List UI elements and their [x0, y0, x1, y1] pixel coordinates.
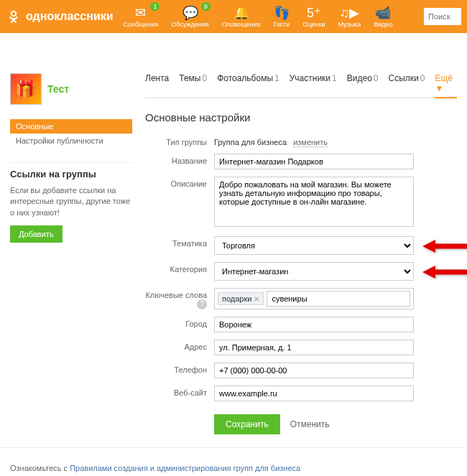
badge: 9	[201, 2, 211, 11]
nav-messages[interactable]: 1 ✉ Сообщения	[124, 5, 159, 28]
search-box	[424, 8, 461, 25]
tab-links[interactable]: Ссылки0	[389, 73, 425, 93]
nav-ratings[interactable]: 5⁺ Оценки	[302, 5, 325, 28]
nav-guests[interactable]: 👣 Гости	[273, 5, 290, 28]
nav-music[interactable]: ♫▶ Музыка	[338, 5, 361, 28]
tab-video[interactable]: Видео0	[347, 73, 379, 93]
group-header: 🎁 Тест	[10, 73, 132, 105]
badge: 1	[150, 2, 159, 11]
address-input[interactable]	[214, 340, 414, 355]
label-description: Описание	[145, 177, 214, 188]
page-heading: Основные настройки	[145, 111, 457, 123]
group-type-value: Группа для бизнеса	[214, 138, 287, 146]
music-icon: ♫▶	[341, 5, 357, 21]
footprints-icon: 👣	[274, 5, 290, 21]
add-link-button[interactable]: Добавить	[10, 225, 63, 243]
ok-logo-icon	[6, 9, 22, 24]
remove-tag-icon[interactable]: ✕	[254, 295, 259, 303]
footer-note: Ознакомьтесь с Правилами создания и адми…	[0, 454, 467, 476]
nav-label: Видео	[374, 21, 392, 28]
category-select[interactable]: Интернет-магазин	[214, 262, 414, 281]
label-website: Веб-сайт	[145, 386, 214, 397]
label-group-type: Тип группы	[145, 135, 214, 146]
topbar: одноклассники 1 ✉ Сообщения 9 💬 Обсужден…	[0, 0, 467, 33]
label-keywords: Ключевые слова?	[145, 288, 214, 309]
nav-label: Музыка	[338, 21, 361, 28]
sidebar-tab-main[interactable]: Основные	[10, 119, 132, 134]
website-input[interactable]	[214, 386, 414, 401]
logo[interactable]: одноклассники	[6, 9, 114, 24]
tab-albums[interactable]: Фотоальбомы1	[217, 73, 279, 93]
label-theme: Тематика	[145, 236, 214, 248]
sidebar: 🎁 Тест Основные Настройки публичности Сс…	[10, 73, 132, 434]
tab-more[interactable]: Ещё ▼	[435, 73, 457, 98]
ratings-icon: 5⁺	[306, 5, 322, 21]
label-phone: Телефон	[145, 363, 214, 374]
sidebar-tabs: Основные Настройки публичности	[10, 119, 132, 148]
nav-label: Оценки	[302, 21, 325, 28]
sidebar-tab-publicity[interactable]: Настройки публичности	[10, 134, 132, 148]
form-actions: Сохранить Отменить	[145, 414, 457, 434]
svg-point-0	[11, 11, 16, 16]
keywords-box[interactable]: подарки✕	[214, 288, 414, 309]
group-avatar[interactable]: 🎁	[10, 73, 42, 105]
divider	[0, 447, 467, 448]
nav-label: Оповещения	[222, 21, 261, 28]
bubbles-icon: 💬	[182, 5, 198, 21]
logo-text: одноклассники	[26, 10, 114, 23]
label-city: Город	[145, 317, 214, 328]
sidebar-links-block: Ссылки на группы Если вы добавите ссылки…	[10, 169, 132, 243]
bell-icon: 🔔	[234, 5, 249, 21]
label-name: Название	[145, 154, 214, 165]
keywords-input[interactable]	[267, 291, 410, 307]
keyword-tag: подарки✕	[218, 292, 264, 305]
group-type-row: Группа для бизнеса изменить	[214, 135, 457, 146]
sidebar-block-text: Если вы добавите ссылки на интересные гр…	[10, 185, 132, 218]
nav-notifications[interactable]: 🔔 Оповещения	[222, 5, 261, 28]
nav-discussions[interactable]: 9 💬 Обсуждения	[171, 5, 208, 28]
phone-input[interactable]	[214, 363, 414, 378]
tab-topics[interactable]: Темы0	[179, 73, 207, 93]
divider	[10, 162, 132, 163]
tab-members[interactable]: Участники1	[290, 73, 337, 93]
envelope-icon: ✉	[133, 5, 149, 21]
sidebar-block-title: Ссылки на группы	[10, 169, 132, 179]
group-title[interactable]: Тест	[47, 83, 69, 95]
nav-label: Сообщения	[124, 21, 159, 28]
nav-video[interactable]: 📹 Видео	[374, 5, 392, 28]
name-input[interactable]	[214, 154, 414, 169]
help-icon[interactable]: ?	[197, 299, 207, 309]
nav-label: Обсуждения	[171, 21, 208, 28]
cancel-link[interactable]: Отменить	[290, 419, 330, 429]
city-input[interactable]	[214, 317, 414, 332]
description-textarea[interactable]: Добро пожаловать на мой магазин. Вы може…	[214, 177, 414, 227]
search-input[interactable]	[424, 8, 461, 25]
nav-icons: 1 ✉ Сообщения 9 💬 Обсуждения 🔔 Оповещени…	[124, 5, 424, 28]
save-button[interactable]: Сохранить	[214, 414, 280, 434]
video-icon: 📹	[375, 5, 391, 21]
label-address: Адрес	[145, 340, 214, 351]
nav-label: Гости	[273, 21, 290, 28]
main-tabs: Лента Темы0 Фотоальбомы1 Участники1 Виде…	[145, 73, 457, 98]
footer-rules-link[interactable]: Правилами создания и администрирования г…	[70, 464, 300, 472]
change-type-link[interactable]: изменить	[293, 138, 328, 147]
theme-select[interactable]: Торговля	[214, 236, 414, 255]
tab-feed[interactable]: Лента	[145, 73, 169, 93]
label-category: Категория	[145, 262, 214, 274]
main-content: Лента Темы0 Фотоальбомы1 Участники1 Виде…	[145, 73, 457, 434]
